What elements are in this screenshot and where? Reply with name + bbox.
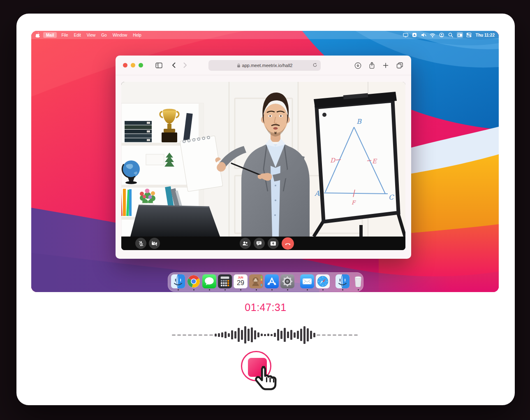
search-icon[interactable]: [448, 32, 454, 38]
apple-logo-icon[interactable]: [35, 32, 40, 38]
menu-item-file[interactable]: File: [58, 32, 71, 38]
running-indicator: [271, 289, 273, 290]
dock-icon-safari[interactable]: [316, 274, 330, 292]
waveform-bar: [241, 330, 243, 340]
menu-app-name[interactable]: Mail: [43, 32, 57, 38]
dock-icon-contacts[interactable]: [249, 274, 263, 292]
dock-icon-messages[interactable]: [202, 274, 216, 292]
microphone-off-button[interactable]: [135, 238, 146, 249]
waveform-dash: [338, 334, 342, 336]
waveform-bar: [284, 328, 286, 342]
whiteboard-label-bottom-left: A: [314, 189, 320, 197]
whiteboard-left-mark: D: [330, 157, 336, 164]
waveform-dash: [327, 334, 331, 336]
waveform-dash: [172, 334, 176, 336]
minimize-button[interactable]: [131, 63, 135, 67]
waveform-bar: [238, 328, 240, 342]
share-icon[interactable]: [367, 60, 377, 70]
dock-icon-mail[interactable]: [300, 274, 314, 292]
sidebar-icon[interactable]: [154, 60, 164, 70]
menu-clock[interactable]: Thu 11:22: [476, 33, 495, 37]
dock-icon-finder[interactable]: [171, 274, 185, 292]
dock-icon-trash[interactable]: [351, 274, 365, 292]
account-icon[interactable]: [439, 32, 445, 38]
waveform-bar: [294, 332, 296, 338]
waveform-bar: [310, 331, 312, 339]
reload-icon[interactable]: [312, 62, 317, 69]
waveform-bar: [271, 334, 273, 336]
dock-icon-calendar[interactable]: JUN29: [234, 274, 248, 292]
svg-text:JUN: JUN: [238, 276, 243, 279]
waveform-bar: [234, 331, 236, 339]
menu-item-edit[interactable]: Edit: [71, 32, 84, 38]
control-center-icon[interactable]: [466, 32, 472, 38]
menu-bar: Mail FileEditViewGoWindowHelp A Thu 11:2…: [31, 31, 499, 39]
waveform-bar: [264, 334, 266, 336]
waveform-bar: [280, 331, 282, 339]
tab-overview-icon[interactable]: [395, 60, 405, 70]
chat-button[interactable]: [253, 238, 264, 249]
forward-icon[interactable]: [180, 60, 190, 70]
running-indicator: [358, 289, 359, 290]
waveform-dash: [183, 334, 186, 336]
menu-item-help[interactable]: Help: [130, 32, 144, 38]
menu-item-window[interactable]: Window: [110, 32, 130, 38]
dock-icon-chrome[interactable]: [187, 274, 201, 292]
url-text: app.meet.meetrix.io/hall2: [242, 63, 293, 68]
audio-waveform: [16, 325, 515, 345]
waveform-bar: [287, 332, 289, 338]
camera-off-button[interactable]: [149, 238, 160, 249]
wifi-icon[interactable]: [430, 32, 436, 38]
waveform-dash: [177, 334, 181, 336]
meeting-controls-bar: [121, 237, 405, 250]
zoom-button[interactable]: [139, 63, 143, 67]
running-indicator: [240, 289, 241, 290]
waveform-dash: [209, 334, 213, 336]
waveform-bar: [231, 330, 233, 339]
svg-text:29: 29: [237, 279, 244, 286]
whiteboard-label-apex: B: [356, 118, 362, 125]
waveform-bar: [297, 331, 299, 339]
volume-muted-icon[interactable]: [421, 32, 427, 38]
dock-icon-system-preferences[interactable]: [280, 274, 294, 292]
waveform-bar: [244, 326, 246, 343]
running-indicator: [209, 289, 210, 290]
running-indicator: [256, 289, 257, 290]
waveform-dash: [322, 334, 326, 336]
waveform-bar: [290, 330, 292, 340]
waveform-dash: [317, 334, 320, 336]
end-call-button[interactable]: [281, 237, 294, 250]
waveform-dash: [349, 334, 352, 336]
waveform-bar: [277, 329, 279, 341]
menu-item-view[interactable]: View: [84, 32, 99, 38]
dock-icon-calculator[interactable]: [218, 274, 232, 292]
address-bar[interactable]: app.meet.meetrix.io/hall2: [208, 60, 321, 71]
share-screen-button[interactable]: [267, 238, 278, 249]
waveform-bar: [313, 333, 315, 337]
new-tab-icon[interactable]: [381, 60, 391, 70]
window-switcher-icon[interactable]: [457, 32, 463, 38]
waveform-dash: [204, 334, 208, 336]
participants-button[interactable]: [239, 238, 250, 249]
waveform-bar: [307, 328, 309, 341]
running-indicator: [193, 289, 194, 290]
waveform-dash: [354, 334, 358, 336]
close-button[interactable]: [123, 63, 127, 67]
dock-icon-app-store[interactable]: [265, 274, 279, 292]
dock: JUN29: [168, 272, 363, 292]
waveform-dash: [199, 334, 202, 336]
dock-icon-finder-window[interactable]: [336, 274, 349, 292]
hand-cursor-icon: [254, 366, 281, 393]
running-indicator: [224, 289, 226, 290]
waveform-bar: [221, 332, 223, 337]
waveform-bar: [228, 333, 230, 337]
input-source-icon[interactable]: A: [412, 32, 418, 38]
waveform-bar: [215, 334, 217, 336]
waveform-dash: [193, 334, 197, 336]
menu-item-go[interactable]: Go: [98, 32, 109, 38]
downloads-icon[interactable]: [353, 60, 363, 70]
waveform-dash: [333, 334, 336, 336]
display-icon[interactable]: [403, 32, 409, 38]
back-icon[interactable]: [169, 60, 178, 70]
waveform-bar: [218, 333, 220, 337]
